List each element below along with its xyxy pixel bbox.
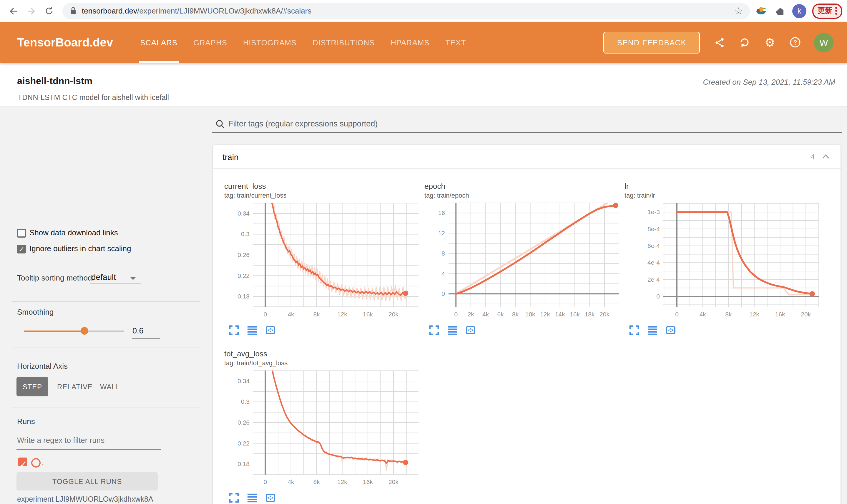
experiment-title: aishell-tdnn-lstm bbox=[17, 76, 92, 87]
svg-text:12: 12 bbox=[438, 230, 445, 236]
chart-plot[interactable]: 04k8k12k16k20k0.340.30.260.220.18 bbox=[224, 199, 418, 321]
chart-tag: tag: train/tot_avg_loss bbox=[224, 359, 418, 367]
url-text: tensorboard.dev/experiment/LJI9MWUORLOw3… bbox=[82, 6, 734, 15]
chart-tag: tag: train/lr bbox=[624, 191, 819, 199]
toggle-log-scale-icon[interactable] bbox=[247, 325, 257, 335]
reload-icon[interactable] bbox=[40, 2, 58, 20]
smoothing-value[interactable]: 0.6 bbox=[133, 326, 144, 335]
experiment-run-line: experiment LJI9MWUORLOw3jkdhxwk8A bbox=[17, 495, 153, 503]
experiment-info-bar: aishell-tdnn-lstm TDNN-LSTM CTC model fo… bbox=[0, 63, 847, 107]
back-icon[interactable] bbox=[5, 2, 22, 20]
svg-text:4k: 4k bbox=[699, 311, 706, 318]
train-card: train 4 current_loss tag: train/current_… bbox=[213, 145, 841, 504]
svg-text:6k: 6k bbox=[497, 311, 504, 318]
app-logo[interactable]: TensorBoard.dev bbox=[17, 36, 113, 49]
fullscreen-icon[interactable] bbox=[429, 325, 439, 335]
axis-step-button[interactable]: STEP bbox=[16, 377, 48, 396]
show-download-links-label: Show data download links bbox=[30, 228, 118, 237]
chart-plot[interactable]: 04k8k12k16k20k0.340.30.260.220.18 bbox=[224, 367, 418, 488]
fullscreen-icon[interactable] bbox=[229, 325, 239, 335]
fit-domain-icon[interactable] bbox=[265, 325, 275, 335]
svg-text:16k: 16k bbox=[363, 311, 373, 318]
toggle-log-scale-icon[interactable] bbox=[247, 493, 257, 503]
runs-filter-input[interactable]: Write a regex to filter runs bbox=[17, 436, 104, 445]
chart-plot[interactable]: 02k4k6k8k10k12k14k16k18k20k0481216 bbox=[425, 199, 619, 321]
svg-text:0.26: 0.26 bbox=[238, 419, 249, 426]
train-card-header[interactable]: train 4 bbox=[213, 145, 841, 169]
chart-tag: tag: train/epoch bbox=[425, 191, 619, 199]
chart-current-loss: current_loss tag: train/current_loss 04k… bbox=[224, 182, 418, 335]
lock-icon bbox=[69, 6, 77, 15]
fit-domain-icon[interactable] bbox=[265, 493, 275, 503]
send-feedback-button[interactable]: SEND FEEDBACK bbox=[604, 32, 700, 53]
svg-text:8e-4: 8e-4 bbox=[647, 226, 660, 232]
svg-text:16k: 16k bbox=[570, 311, 580, 318]
runs-label: Runs bbox=[17, 417, 35, 426]
axis-wall-button[interactable]: WALL bbox=[100, 383, 120, 391]
browser-update-menu[interactable]: 更新 bbox=[812, 3, 842, 19]
divider bbox=[12, 347, 200, 348]
fit-domain-icon[interactable] bbox=[666, 325, 676, 335]
forward-icon[interactable] bbox=[22, 2, 40, 20]
refresh-icon[interactable] bbox=[738, 36, 751, 49]
url-bar[interactable]: tensorboard.dev/experiment/LJI9MWUORLOw3… bbox=[63, 3, 750, 19]
svg-text:0.3: 0.3 bbox=[241, 231, 249, 237]
smoothing-slider-thumb[interactable] bbox=[81, 327, 88, 335]
extensions-puzzle-icon[interactable] bbox=[772, 3, 788, 19]
svg-text:0: 0 bbox=[264, 479, 267, 485]
tab-histograms[interactable]: HISTOGRAMS bbox=[242, 22, 298, 63]
axis-relative-button[interactable]: RELATIVE bbox=[57, 383, 93, 391]
tooltip-sorting-select[interactable]: default bbox=[91, 272, 116, 282]
tab-scalars[interactable]: SCALARS bbox=[139, 22, 179, 63]
svg-text:2e-4: 2e-4 bbox=[647, 276, 660, 283]
help-icon[interactable]: ? bbox=[789, 36, 802, 49]
fullscreen-icon[interactable] bbox=[629, 325, 639, 335]
run-color-swatch[interactable] bbox=[31, 458, 40, 468]
toggle-log-scale-icon[interactable] bbox=[447, 325, 457, 335]
search-icon bbox=[215, 120, 225, 129]
svg-text:4k: 4k bbox=[482, 311, 489, 318]
toggle-all-runs-button[interactable]: TOGGLE ALL RUNS bbox=[16, 472, 158, 490]
share-icon[interactable] bbox=[713, 36, 726, 49]
filter-tags-input[interactable]: Filter tags (regular expressions support… bbox=[228, 120, 378, 128]
fit-domain-icon[interactable] bbox=[466, 325, 476, 335]
group-name: train bbox=[223, 152, 238, 162]
chevron-up-icon[interactable] bbox=[822, 154, 830, 159]
svg-text:0: 0 bbox=[454, 311, 457, 318]
show-download-links-checkbox[interactable] bbox=[17, 229, 26, 238]
svg-text:0.22: 0.22 bbox=[238, 440, 249, 447]
browser-profile-avatar[interactable]: k bbox=[792, 4, 807, 18]
extension-fruit-icon[interactable] bbox=[754, 3, 769, 19]
svg-text:20k: 20k bbox=[388, 311, 398, 318]
svg-text:8k: 8k bbox=[313, 311, 320, 318]
chart-title: tot_avg_loss bbox=[224, 349, 418, 359]
tab-distributions[interactable]: DISTRIBUTIONS bbox=[311, 22, 376, 63]
run-checkbox[interactable]: ✓ bbox=[18, 457, 27, 466]
svg-text:0.18: 0.18 bbox=[238, 293, 249, 300]
divider bbox=[12, 408, 200, 408]
svg-text:0: 0 bbox=[675, 311, 679, 318]
chart-lr: lr tag: train/lr 04k8k12k16k20k1e-38e-46… bbox=[624, 182, 819, 335]
smoothing-slider-fill bbox=[24, 330, 84, 332]
toggle-log-scale-icon[interactable] bbox=[647, 325, 657, 335]
kebab-menu-icon bbox=[835, 7, 837, 15]
fullscreen-icon[interactable] bbox=[229, 493, 239, 503]
svg-text:14k: 14k bbox=[555, 311, 565, 318]
filter-tags-underline bbox=[212, 132, 842, 132]
svg-text:0.26: 0.26 bbox=[238, 251, 249, 258]
svg-text:0.3: 0.3 bbox=[241, 398, 249, 405]
user-avatar[interactable]: W bbox=[814, 33, 833, 52]
ignore-outliers-checkbox[interactable]: ✓ bbox=[17, 245, 26, 253]
sidebar: Show data download links ✓ Ignore outlie… bbox=[0, 107, 212, 504]
svg-text:18k: 18k bbox=[585, 311, 595, 318]
chart-title: epoch bbox=[425, 182, 619, 191]
chart-plot[interactable]: 04k8k12k16k20k1e-38e-46e-44e-42e-40 bbox=[624, 199, 819, 321]
svg-text:12k: 12k bbox=[337, 311, 347, 318]
tab-hparams[interactable]: HPARAMS bbox=[390, 22, 431, 63]
ignore-outliers-label: Ignore outliers in chart scaling bbox=[30, 244, 131, 253]
experiment-created-date: Created on Sep 13, 2021, 11:59:23 AM bbox=[703, 78, 835, 87]
settings-gear-icon[interactable]: ⚙ bbox=[763, 36, 776, 49]
tab-graphs[interactable]: GRAPHS bbox=[192, 22, 228, 63]
bookmark-star-icon[interactable]: ☆ bbox=[734, 6, 743, 16]
tab-text[interactable]: TEXT bbox=[444, 22, 467, 63]
